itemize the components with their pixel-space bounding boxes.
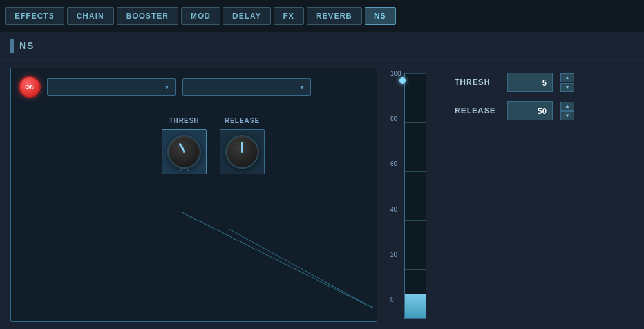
main-content: ON ▼ ▼ THRESH: [0, 60, 644, 329]
plugin-header: ON ▼ ▼: [19, 76, 369, 98]
release-param-label: RELEASE: [455, 106, 500, 115]
meter-bar-container: [404, 73, 426, 319]
release-param-row: RELEASE 50 ▲ ▼: [455, 101, 583, 120]
release-spinners: ▲ ▼: [560, 102, 574, 120]
scale-80: 80: [390, 115, 400, 122]
release-knob-center-dot: [241, 151, 243, 153]
thresh-knob[interactable]: [167, 135, 201, 169]
top-nav: EFFECTS CHAIN BOOSTER MOD DELAY FX REVER…: [0, 0, 644, 32]
tab-ns[interactable]: NS: [365, 7, 396, 25]
meter-section: 100 80 60 40 20 0: [390, 68, 442, 322]
release-down-button[interactable]: ▼: [560, 111, 574, 120]
thresh-knob-label: THRESH: [169, 117, 199, 124]
release-up-button[interactable]: ▲: [560, 102, 574, 111]
thresh-knob-dots: [180, 169, 189, 171]
dot-1: [180, 169, 182, 171]
release-knob-wrapper: [220, 129, 265, 174]
scale-0: 0: [390, 296, 397, 303]
thresh-knob-wrapper: [162, 129, 207, 174]
tab-effects[interactable]: EFFECTS: [5, 7, 64, 25]
connector-lines-svg: [11, 68, 377, 321]
plugin-panel: ON ▼ ▼ THRESH: [10, 68, 377, 322]
thresh-indicator-dot: [399, 77, 406, 84]
thresh-param-input[interactable]: 5: [507, 73, 553, 92]
scale-20: 20: [390, 251, 400, 258]
tab-chain[interactable]: CHAIN: [67, 7, 114, 25]
dropdown-2-arrow: ▼: [299, 84, 305, 91]
thresh-spinners: ▲ ▼: [560, 73, 574, 92]
thresh-knob-center-dot: [183, 151, 185, 153]
thresh-down-button[interactable]: ▼: [560, 83, 574, 92]
section-title: NS: [19, 41, 34, 51]
right-controls: THRESH 5 ▲ ▼ RELEASE 50 ▲ ▼: [455, 68, 583, 322]
on-button[interactable]: ON: [19, 76, 41, 98]
release-knob-label: RELEASE: [225, 117, 260, 124]
release-knob-container: RELEASE: [220, 117, 265, 174]
tab-reverb[interactable]: REVERB: [307, 7, 362, 25]
svg-line-0: [182, 212, 374, 308]
section-indicator: [10, 39, 14, 53]
thresh-param-row: THRESH 5 ▲ ▼: [455, 73, 583, 92]
thresh-up-button[interactable]: ▲: [560, 73, 574, 82]
thresh-param-label: THRESH: [455, 78, 500, 87]
dot-2: [187, 169, 189, 171]
dropdown-1[interactable]: ▼: [47, 78, 176, 96]
scale-100: 100: [390, 70, 404, 77]
meter-fill: [405, 294, 426, 318]
tab-delay[interactable]: DELAY: [223, 7, 271, 25]
scale-60: 60: [390, 160, 400, 167]
svg-line-1: [229, 229, 374, 308]
tab-booster[interactable]: BOOSTER: [117, 7, 178, 25]
tab-fx[interactable]: FX: [274, 7, 304, 25]
dropdown-1-arrow: ▼: [164, 84, 170, 91]
release-knob[interactable]: [225, 135, 259, 169]
release-param-input[interactable]: 50: [507, 101, 553, 120]
scale-40: 40: [390, 206, 400, 213]
thresh-knob-container: THRESH: [162, 117, 207, 174]
dropdown-2[interactable]: ▼: [182, 78, 311, 96]
section-header: NS: [0, 32, 644, 60]
knobs-section: THRESH RELEASE: [19, 117, 369, 174]
tab-mod[interactable]: MOD: [181, 7, 220, 25]
